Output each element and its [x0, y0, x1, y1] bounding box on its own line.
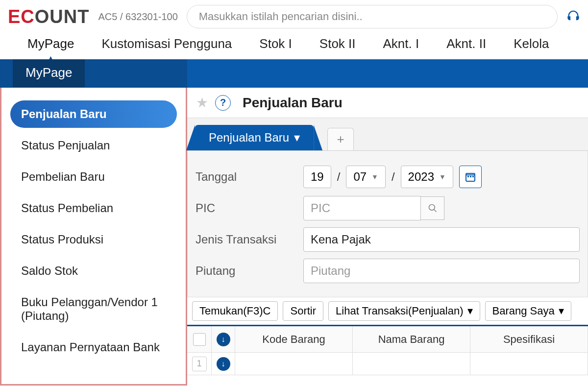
- date-year-input[interactable]: 2023 ▼: [401, 166, 453, 188]
- expand-all-icon[interactable]: ↓: [217, 333, 230, 346]
- svg-rect-2: [470, 176, 471, 177]
- top-nav: MyPage Kustomisasi Pengguna Stok I Stok …: [0, 32, 588, 59]
- col-nama-barang[interactable]: Nama Barang: [353, 326, 470, 353]
- nav-stok2[interactable]: Stok II: [306, 32, 369, 55]
- items-table: ↓ Kode Barang Nama Barang Spesifikasi 1 …: [187, 325, 588, 375]
- chevron-down-icon: ▼: [439, 173, 446, 181]
- page-header: ★ ? Penjualan Baru: [187, 88, 588, 118]
- row-number: 1: [192, 357, 207, 371]
- label-jenis-transaksi: Jenis Transaksi: [196, 233, 303, 246]
- page-title: Penjualan Baru: [243, 95, 343, 111]
- nav-aknt2[interactable]: Aknt. II: [433, 32, 500, 55]
- sidebar-item-buku-pelanggan[interactable]: Buku Pelanggan/Vendor 1 (Piutang): [10, 289, 177, 330]
- svg-rect-3: [472, 176, 474, 177]
- pic-input[interactable]: PIC: [303, 196, 421, 220]
- col-spesifikasi[interactable]: Spesifikasi: [470, 326, 588, 353]
- nav-aknt1[interactable]: Aknt. I: [369, 32, 433, 55]
- label-tanggal: Tanggal: [196, 170, 303, 184]
- help-icon[interactable]: ?: [215, 95, 231, 111]
- sidebar: Penjualan Baru Status Penjualan Pembelia…: [0, 88, 187, 386]
- svg-rect-1: [467, 176, 469, 177]
- sort-button[interactable]: Sortir: [283, 301, 323, 321]
- svg-point-5: [429, 205, 435, 211]
- nav-mypage[interactable]: MyPage: [14, 32, 88, 55]
- account-code: AC5 / 632301-100: [98, 11, 177, 23]
- logo: ECOUNT: [8, 6, 89, 27]
- select-all-checkbox[interactable]: [193, 333, 206, 346]
- logo-part-2: OUNT: [35, 6, 90, 27]
- expand-row-icon[interactable]: ↓: [217, 357, 230, 371]
- calendar-button[interactable]: [459, 166, 482, 188]
- trans-type-input[interactable]: Kena Pajak: [303, 227, 580, 252]
- cell-nama-barang[interactable]: [353, 353, 470, 375]
- pic-search-button[interactable]: [421, 196, 444, 220]
- subtab-label: Penjualan Baru: [209, 131, 289, 145]
- main-content: ★ ? Penjualan Baru Penjualan Baru ▾ + Ta…: [187, 88, 588, 386]
- logo-part-1: EC: [8, 6, 35, 27]
- table-row: 1 ↓: [187, 353, 588, 375]
- nav-stok1[interactable]: Stok I: [245, 32, 305, 55]
- global-search-input[interactable]: Masukkan istilah pencarian disini..: [187, 5, 558, 28]
- label-piutang: Piutang: [196, 264, 303, 278]
- sidebar-item-status-pembelian[interactable]: Status Pembelian: [10, 194, 177, 222]
- sidebar-title: MyPage: [13, 59, 85, 87]
- my-items-button[interactable]: Barang Saya ▾: [485, 301, 571, 321]
- grid-toolbar: Temukan(F3)C Sortir Lihat Transaksi(Penj…: [187, 297, 588, 325]
- svg-line-6: [434, 210, 436, 212]
- app-header: ECOUNT AC5 / 632301-100 Masukkan istilah…: [0, 0, 588, 32]
- chevron-down-icon: ▾: [559, 305, 564, 317]
- label-pic: PIC: [196, 201, 303, 215]
- chevron-down-icon: ▾: [467, 305, 473, 317]
- support-headset-icon[interactable]: [566, 9, 580, 24]
- subtab-penjualan-baru[interactable]: Penjualan Baru ▾: [195, 125, 314, 150]
- nav-kustomisasi[interactable]: Kustomisasi Pengguna: [88, 32, 245, 55]
- favorite-star-icon[interactable]: ★: [196, 95, 208, 111]
- cell-spesifikasi[interactable]: [470, 353, 588, 375]
- sidebar-item-pembelian-baru[interactable]: Pembelian Baru: [10, 163, 177, 191]
- sidebar-item-status-produksi[interactable]: Status Produksi: [10, 226, 177, 253]
- form-area: Tanggal 19 / 07 ▼ / 2023 ▼ PIC PIC: [187, 151, 588, 297]
- cell-kode-barang[interactable]: [235, 353, 353, 375]
- calendar-icon: [465, 171, 476, 183]
- col-kode-barang[interactable]: Kode Barang: [235, 326, 353, 353]
- date-month-input[interactable]: 07 ▼: [346, 166, 386, 188]
- chevron-down-icon: ▼: [371, 173, 378, 181]
- date-sep-1: /: [337, 170, 341, 184]
- date-day-input[interactable]: 19: [303, 166, 331, 188]
- sidebar-item-status-penjualan[interactable]: Status Penjualan: [10, 132, 177, 159]
- sub-tab-bar: Penjualan Baru ▾ +: [187, 118, 588, 151]
- chevron-down-icon: ▾: [294, 131, 300, 145]
- add-tab-button[interactable]: +: [327, 128, 354, 150]
- find-button[interactable]: Temukan(F3)C: [192, 301, 278, 321]
- nav-kelola[interactable]: Kelola: [500, 32, 563, 55]
- sidebar-item-saldo-stok[interactable]: Saldo Stok: [10, 257, 177, 285]
- view-transactions-button[interactable]: Lihat Transaksi(Penjualan) ▾: [328, 301, 480, 321]
- piutang-input[interactable]: Piutang: [303, 259, 580, 283]
- search-icon: [428, 203, 438, 213]
- table-header-row: ↓ Kode Barang Nama Barang Spesifikasi: [187, 326, 588, 353]
- sidebar-item-penjualan-baru[interactable]: Penjualan Baru: [10, 100, 177, 128]
- date-sep-2: /: [392, 170, 395, 184]
- sidebar-item-layanan-bank[interactable]: Layanan Pernyataan Bank: [10, 334, 177, 361]
- section-band: MyPage: [0, 59, 588, 88]
